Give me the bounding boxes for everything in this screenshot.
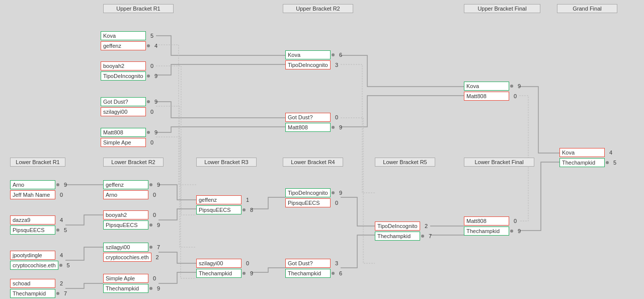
team-score: 0 [511,93,517,99]
team-row: dazza9 4 [10,215,67,225]
team-row: cryptocochies.eth 2 [103,253,160,262]
team-row: cryptocochise.eth 5 [10,261,70,270]
team-name: Simple Ape [101,138,146,147]
connector-dot [332,272,335,275]
team-score: 0 [150,212,156,218]
connector-dot [332,126,335,129]
team-row: Thechampkid 6 [285,269,342,278]
label-ubr2: Upper Bracket R2 [283,4,353,13]
team-score: 9 [151,99,157,105]
connector-dot [243,272,246,275]
team-name: Got Dust? [285,113,331,122]
team-name: PipsquEECS [10,226,55,235]
team-row: PipsquEECS 9 [103,220,160,230]
team-name: Thechampkid [285,269,331,278]
team-score: 9 [61,182,67,188]
team-name: Simple Aple [103,274,148,283]
team-score: 0 [150,275,156,281]
team-name: TipoDeIncognito [285,188,331,197]
team-score: 9 [336,124,342,130]
team-name: Thechampkid [464,227,509,236]
connector-dot [56,229,59,232]
team-score: 9 [515,83,521,89]
team-name: Got Dust? [285,259,331,268]
team-row: szilagyi00 7 [103,243,160,252]
team-row: TipoDeIncognito 9 [101,71,157,81]
bracket-container: Upper Bracket R1 Upper Bracket R2 Upper … [0,0,644,299]
team-score: 0 [511,218,517,224]
team-name: Kova [101,31,146,40]
match-lbr3m1: geffenz 1 PipsquEECS 8 [196,195,253,215]
team-name: Jeff Mah Name [10,190,55,199]
team-name: Matt808 [464,92,509,101]
team-row: jpootydingle 4 [10,251,70,260]
team-score: 4 [57,217,63,223]
team-score: 2 [57,280,63,286]
connector-lines [0,0,644,299]
team-row: Thechampkid 9 [103,284,160,293]
team-row: TipoDeIncognito 3 [285,60,342,69]
label-lbr3: Lower Bracket R3 [196,158,257,167]
match-lbr2m2: booyah2 0 PipsquEECS 9 [103,210,160,231]
team-name: Arno [103,190,148,199]
team-row: geffenz 9 [103,180,160,189]
team-name: booyah2 [103,210,148,219]
match-ubr1m3: Got Dust? 9 szilagyi00 0 [101,97,157,117]
match-gf: Kova 4 Thechampkid 5 [559,148,616,168]
connector-dot [149,246,152,249]
match-lbr1m4: schoad 2 Thechampkid 7 [10,279,67,299]
match-ubr1m4: Matt808 9 Simple Ape 0 [101,128,157,148]
label-lbrf: Lower Bracket Final [464,158,534,167]
team-score: 7 [426,233,432,239]
connector-dot [606,161,609,164]
connector-dot [149,287,152,290]
team-row: TipoDeIncognito 9 [285,188,342,197]
team-name: Matt808 [101,128,146,137]
connector-dot [332,191,335,194]
team-name: jpootydingle [10,251,55,260]
team-row: Kova 5 [101,31,157,40]
team-name: geffenz [101,41,146,50]
team-name: szilagyi00 [101,107,146,116]
team-score: 9 [151,73,157,79]
team-row: szilagyi00 0 [196,259,253,268]
team-score: 9 [515,228,521,234]
connector-dot [147,74,150,78]
team-score: 2 [422,223,428,229]
team-row: Got Dust? 9 [101,97,157,106]
team-name: Got Dust? [101,97,146,106]
team-score: 0 [147,63,153,69]
team-name: Kova [559,148,605,157]
label-lbr5: Lower Bracket R5 [375,158,435,167]
team-score: 6 [336,52,342,58]
team-row: geffenz 4 [101,41,157,50]
match-ubr1m2: booyah2 0 TipoDeIncognito 9 [101,61,157,82]
team-score: 5 [147,33,153,39]
team-row: Kova 4 [559,148,616,157]
team-row: Jeff Mah Name 0 [10,190,67,199]
connector-dot [243,208,246,211]
match-lbr5m1: TipoDeIncognito 2 Thechampkid 7 [375,221,432,242]
team-name: Arno [10,180,55,189]
team-row: Got Dust? 0 [285,113,342,122]
team-score: 9 [154,222,160,228]
team-row: Matt808 0 [464,92,521,101]
label-lbr2: Lower Bracket R2 [103,158,164,167]
team-row: PipsquEECS 5 [10,226,67,235]
team-row: Arno 0 [103,190,160,199]
team-name: Thechampkid [375,232,420,241]
label-lbr4: Lower Bracket R4 [283,158,343,167]
team-name: PipsquEECS [196,205,242,214]
match-lbrf: Matt808 0 Thechampkid 9 [464,216,521,237]
team-row: Matt808 9 [285,123,342,132]
team-name: PipsquEECS [103,220,148,230]
team-row: Simple Aple 0 [103,274,160,283]
team-row: schoad 2 [10,279,67,288]
team-name: cryptocochies.eth [103,253,151,262]
team-score: 9 [151,129,157,135]
connector-dot [59,264,62,267]
team-score: 5 [64,262,70,268]
team-name: Kova [285,50,331,59]
team-name: TipoDeIncognito [375,221,420,231]
match-ubr1m1: Kova 5 geffenz 4 [101,31,157,51]
